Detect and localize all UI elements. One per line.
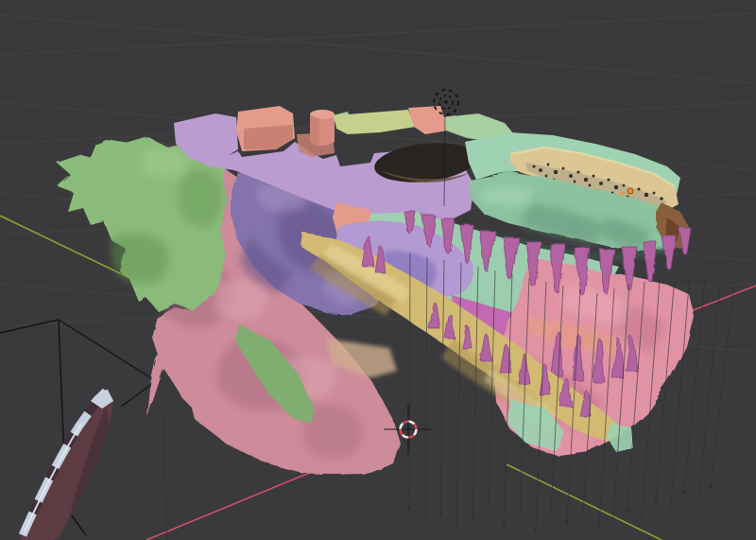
- viewport-frame: [0, 0, 756, 540]
- viewport-canvas[interactable]: [0, 0, 756, 540]
